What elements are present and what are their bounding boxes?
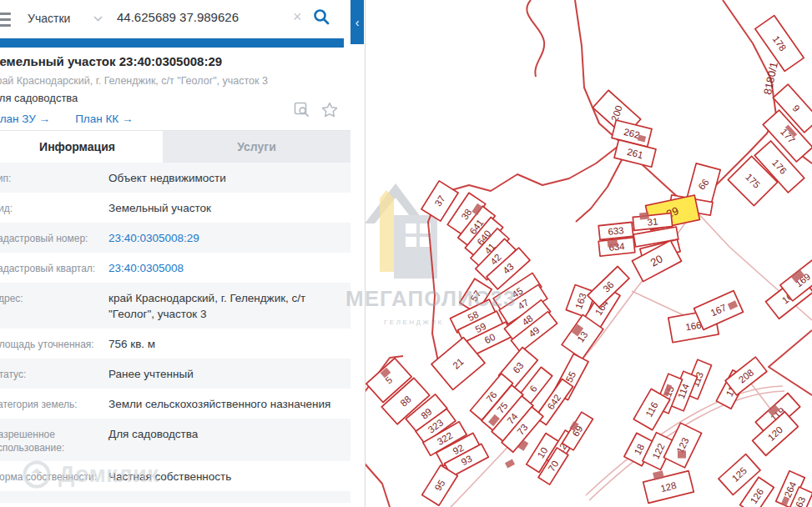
toolbar-accent-strip [0,38,344,48]
app-root: { "topbar": { "layer_select": "Участки",… [0,0,812,507]
parcel-header: Земельный участок 23:40:0305008:29 край … [0,48,365,130]
table-row: Площадь уточненная:756 кв. м [0,329,351,359]
row-label: Форма собственности: [0,469,108,484]
menu-icon[interactable] [0,13,11,30]
row-label: Категория земель: [0,396,108,411]
clear-search-icon[interactable]: × [293,8,302,26]
row-label: Разрешенное использование: [0,426,108,454]
row-value: Для садоводства [108,426,332,442]
page-title: Земельный участок 23:40:0305008:29 [0,54,365,68]
layer-select[interactable]: Участки [28,12,70,25]
row-value: 756 кв. м [108,336,332,352]
table-row: Адрес:край Краснодарский, г. Геленджик, … [0,283,351,329]
table-row: Кадастровый номер:23:40:0305008:29 [0,223,351,253]
row-label: Вид: [0,200,108,215]
search-bar: Участки 44.625689 37.989626 × [0,0,344,38]
table-row: Форма собственности:Частная собственност… [0,461,351,491]
table-row: Статус:Ранее учтенный [0,359,351,389]
header-icons [294,102,338,118]
chevron-down-icon[interactable] [93,16,103,22]
row-value: Частная собственность [108,469,332,484]
table-row: Тип:Объект недвижимости [0,163,351,193]
row-label: Адрес: [0,290,108,305]
parcel-number: 633 [608,225,624,237]
tab-services[interactable]: Услуги [163,131,351,163]
search-icon[interactable] [312,8,330,26]
parcel-633[interactable]: 633 [598,222,633,239]
search-input[interactable]: 44.625689 37.989626 [117,10,239,24]
row-label: Площадь уточненная: [0,336,108,351]
plan-zu-link[interactable]: План ЗУ → [0,113,50,125]
row-value: край Краснодарский, г. Геленджик, с/т "Г… [108,290,332,322]
row-label: Кадастровый квартал: [0,260,108,275]
collapse-panel-button[interactable]: ‹ [351,0,364,44]
cadastral-map[interactable]: 1789177176175200262261662829316336342037… [366,0,812,507]
plan-kk-link[interactable]: План КК → [75,113,133,125]
row-label: Кадастровый номер: [0,230,108,245]
table-row: Категория земель:Земли сельскохозяйствен… [0,389,351,419]
building-footprint [608,239,618,247]
info-panel: Участки 44.625689 37.989626 × ‹ Земельны… [0,0,365,507]
row-value: Земельный участок [108,200,332,216]
table-row: Вид:Земельный участок [0,193,351,223]
next-row-cut [0,491,351,503]
row-value: Земли сельскохозяйственного назначения [108,396,332,412]
row-value-link[interactable]: 23:40:0305008 [108,260,332,276]
table-row: Кадастровый квартал:23:40:0305008 [0,253,351,283]
table-row: Разрешенное использование:Для садоводств… [0,419,351,461]
favorite-star-icon[interactable] [321,102,338,118]
map-canvas[interactable]: 1789177176175200262261662829316336342037… [365,0,812,507]
row-value-link[interactable]: 23:40:0305008:29 [108,230,332,246]
tab-information[interactable]: Информация [0,131,163,163]
search-toolbar: Участки 44.625689 37.989626 × ‹ [0,0,365,48]
parcel-address: край Краснодарский, г. Геленджик, с/т "Г… [0,75,365,87]
tab-bar: Информация Услуги [0,130,351,163]
row-value: Объект недвижимости [108,170,332,186]
info-table: Тип:Объект недвижимостиВид:Земельный уча… [0,163,351,491]
building-footprint [678,451,686,459]
row-label: Тип: [0,170,108,185]
preview-plan-icon[interactable] [294,102,310,118]
building-footprint [639,212,649,219]
row-value: Ранее учтенный [108,366,332,382]
row-label: Статус: [0,366,108,381]
